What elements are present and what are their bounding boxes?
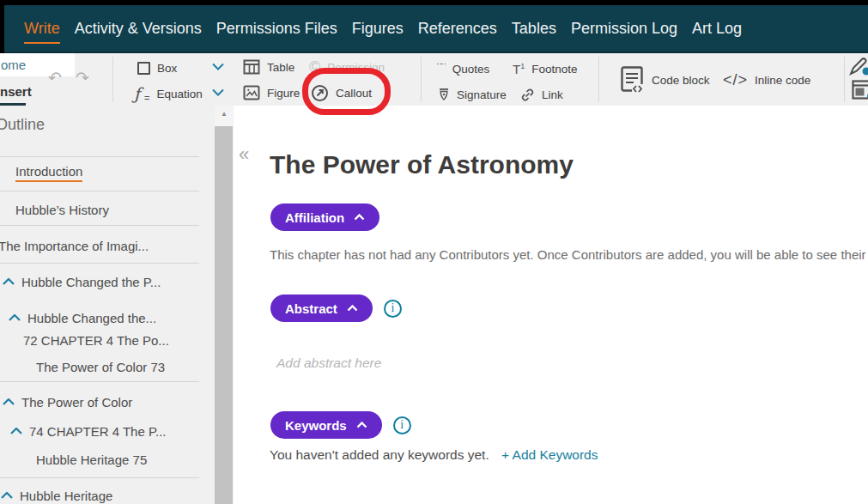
nav-tab-permissions-files[interactable]: Permissions Files <box>216 20 337 38</box>
chevron-up-icon <box>347 305 358 312</box>
permission-label: Permission <box>327 61 385 74</box>
chevron-up-icon[interactable] <box>3 278 15 285</box>
abstract-info-icon[interactable]: i <box>384 300 402 318</box>
chapter-title[interactable]: The Power of Astronomy <box>270 150 574 179</box>
outline-item-hubble-changed-the-p[interactable]: Hubble Changed the P... <box>0 273 215 290</box>
ribbon-tab-insert[interactable]: nsert <box>0 84 32 99</box>
outline-item-label: Hubble Heritage 75 <box>36 452 147 467</box>
equation-dropdown-chevron-icon[interactable] <box>212 88 224 96</box>
outline-sidebar: Outline Introduction Hubble’s History Th… <box>0 106 215 504</box>
keywords-empty-row: You haven't added any keywords yet. + Ad… <box>270 447 598 463</box>
divider <box>0 381 199 382</box>
footnote-icon: T1 <box>513 62 525 76</box>
box-icon <box>137 62 150 75</box>
chevron-up-icon[interactable] <box>10 428 22 434</box>
equation-icon-equals: = <box>144 93 149 103</box>
figure-button[interactable]: Figure <box>243 83 300 102</box>
outline-item-label: Hubble Changed the P... <box>21 275 161 289</box>
chevron-up-icon[interactable] <box>9 314 21 321</box>
abstract-label: Abstract <box>285 301 337 316</box>
redo-icon[interactable]: ↷ <box>76 70 89 86</box>
nav-tab-write[interactable]: Write <box>24 20 60 38</box>
box-button[interactable]: Box <box>137 58 177 77</box>
equation-button[interactable]: ƒ = Equation <box>134 84 203 103</box>
collapse-sidebar-icon[interactable]: « <box>239 143 249 166</box>
affiliation-toggle-button[interactable]: Affiliation <box>270 203 379 231</box>
outline-item-label: 74 CHAPTER 4 The P... <box>29 424 167 439</box>
window-preview-icon[interactable] <box>852 80 868 100</box>
add-keywords-link[interactable]: + Add Keywords <box>501 447 598 462</box>
nav-tab-references[interactable]: References <box>418 20 497 38</box>
inline-code-icon: </> <box>723 71 748 89</box>
outline-item-hubble-heritage[interactable]: Hubble Heritage <box>0 487 215 504</box>
chevron-up-icon[interactable] <box>1 492 13 499</box>
nav-tab-figures[interactable]: Figures <box>352 20 404 38</box>
undo-icon[interactable]: ↶ <box>48 70 62 86</box>
outline-item-label: Hubble Heritage <box>20 489 112 503</box>
outline-item-72-chapter-4[interactable]: 72 CHAPTER 4 The Po... <box>0 331 215 349</box>
outline-item-label: Hubble Changed the... <box>27 311 156 325</box>
insert-tab-active-indicator <box>0 103 26 106</box>
signature-button[interactable]: Signature <box>438 85 507 104</box>
code-block-icon <box>621 66 645 94</box>
outline-item-introduction[interactable]: Introduction <box>0 164 215 181</box>
abstract-placeholder[interactable]: Add abstract here <box>276 355 381 371</box>
keywords-info-icon[interactable]: i <box>393 416 411 434</box>
ribbon-tab-home[interactable]: ome <box>0 53 75 76</box>
permission-icon: © <box>309 59 320 75</box>
divider <box>0 225 199 226</box>
toolbar-separator <box>421 57 422 102</box>
chevron-up-icon <box>354 214 365 221</box>
editor-toolbar: ome nsert ↶ ↷ Box ƒ = Equation <box>0 53 868 106</box>
outline-item-label: Introduction <box>15 164 82 182</box>
outline-item-importance-of-imaging[interactable]: The Importance of Imagi... <box>0 237 213 254</box>
left-border-strip <box>0 0 4 53</box>
chevron-up-icon[interactable] <box>3 398 15 405</box>
code-block-button[interactable]: Code block <box>621 66 710 94</box>
outline-item-hubbles-history[interactable]: Hubble’s History <box>0 201 215 218</box>
outline-item-power-of-color[interactable]: The Power of Color <box>0 393 215 410</box>
code-block-label: Code block <box>652 74 710 87</box>
link-icon <box>520 88 535 102</box>
divider <box>0 263 199 264</box>
nav-tab-permission-log[interactable]: Permission Log <box>571 20 677 38</box>
outline-item-74-chapter-4[interactable]: 74 CHAPTER 4 The P... <box>0 422 215 440</box>
abstract-toggle-button[interactable]: Abstract <box>270 295 373 322</box>
table-icon <box>243 59 260 75</box>
callout-button[interactable]: Callout <box>311 83 372 102</box>
annotate-pen-icon[interactable] <box>848 56 868 76</box>
outline-item-hubble-heritage-75[interactable]: Hubble Heritage 75 <box>0 451 215 468</box>
table-button[interactable]: Table <box>243 58 294 76</box>
link-label: Link <box>542 88 563 101</box>
outline-item-hubble-changed-the[interactable]: Hubble Changed the... <box>0 309 215 326</box>
document-content: « The Power of Astronomy Affiliation Thi… <box>234 106 868 504</box>
nav-tab-art-log[interactable]: Art Log <box>692 20 742 38</box>
nav-tab-activity-versions[interactable]: Activity & Versions <box>75 20 202 38</box>
top-navigation-bar: Write Activity & Versions Permissions Fi… <box>0 5 868 53</box>
contributors-empty-text: This chapter has not had any Contributor… <box>270 247 868 262</box>
quotes-button[interactable]: ”” Quotes <box>436 59 489 78</box>
link-button[interactable]: Link <box>520 85 563 104</box>
outline-item-label: The Power of Color 73 <box>36 360 165 374</box>
signature-icon <box>438 88 450 102</box>
affiliation-label: Affiliation <box>285 210 344 225</box>
divider <box>0 477 199 478</box>
equation-icon: ƒ <box>134 87 140 100</box>
outline-item-power-of-color-73[interactable]: The Power of Color 73 <box>0 358 215 375</box>
outline-item-label: The Power of Color <box>21 395 132 410</box>
divider <box>0 156 199 157</box>
nav-tab-tables[interactable]: Tables <box>512 20 556 38</box>
outline-item-label: Hubble’s History <box>15 203 109 217</box>
scrollbar-up-arrow[interactable]: ▲ <box>215 107 234 121</box>
figure-label: Figure <box>267 87 300 100</box>
scrollbar-thumb[interactable] <box>215 126 233 504</box>
quotes-icon: ”” <box>436 64 446 75</box>
top-border-strip <box>0 0 868 5</box>
toolbar-separator <box>112 57 113 102</box>
footnote-button[interactable]: T1 Footnote <box>513 59 577 78</box>
chevron-up-icon <box>356 422 367 428</box>
box-dropdown-chevron-icon[interactable] <box>212 63 224 70</box>
toolbar-separator <box>598 57 599 102</box>
inline-code-button[interactable]: </> Inline code <box>723 70 810 89</box>
keywords-toggle-button[interactable]: Keywords <box>270 411 382 439</box>
